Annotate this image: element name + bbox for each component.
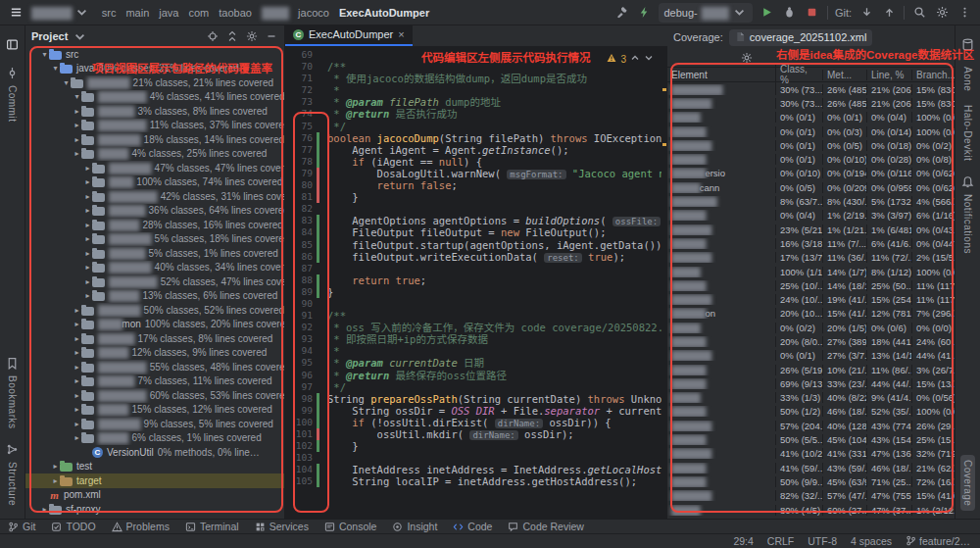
tree-item[interactable]: ▸█████13% classes, 6% lines covered bbox=[25, 289, 284, 304]
run-button[interactable] bbox=[760, 5, 775, 21]
breadcrumb-item[interactable]: taobao bbox=[219, 7, 252, 19]
tree-chevron-icon[interactable]: ▾ bbox=[73, 92, 81, 101]
breadcrumb-item[interactable]: src bbox=[102, 7, 117, 19]
line-number[interactable]: 105 bbox=[285, 475, 317, 487]
line-number[interactable]: 92 bbox=[285, 322, 317, 333]
line-number[interactable]: 74 bbox=[285, 108, 317, 120]
project-name-widget[interactable]: ██████ bbox=[31, 5, 90, 21]
git-push-icon[interactable] bbox=[881, 5, 897, 21]
coverage-row[interactable]: █████cann0% (0/5)0% (0/209)0% (0/959)0% … bbox=[667, 180, 955, 194]
line-number[interactable]: 96 bbox=[285, 370, 317, 381]
locate-icon[interactable] bbox=[206, 29, 220, 43]
column-header[interactable]: Met... bbox=[822, 70, 866, 80]
coverage-settings-icon[interactable] bbox=[740, 51, 754, 65]
stop-button[interactable] bbox=[805, 5, 820, 21]
toolwindow-button-git[interactable]: Git bbox=[8, 521, 35, 532]
tree-item[interactable]: ▸████████52% classes, 47% lines covered bbox=[25, 274, 284, 289]
line-number[interactable]: 94 bbox=[285, 345, 317, 357]
tree-chevron-icon[interactable]: ▸ bbox=[83, 164, 92, 173]
tree-item[interactable]: ▸████mon100% classes, 20% lines covered bbox=[25, 318, 284, 332]
tree-chevron-icon[interactable]: ▸ bbox=[73, 121, 81, 129]
toolwindow-button-insight[interactable]: Insight bbox=[392, 521, 437, 532]
git-branch-widget[interactable]: feature/2… bbox=[906, 535, 970, 548]
flatten-packages-icon[interactable] bbox=[697, 51, 710, 65]
coverage-row[interactable]: ██████50% (5/5...45% (104...43% (154...2… bbox=[667, 432, 955, 446]
line-number[interactable]: 88 bbox=[285, 274, 317, 286]
tree-chevron-icon[interactable]: ▸ bbox=[73, 306, 81, 315]
line-number[interactable]: 81 bbox=[285, 191, 317, 203]
tree-item[interactable]: ▸█████4% classes, 25% lines covered bbox=[25, 147, 284, 162]
tree-chevron-icon[interactable]: ▸ bbox=[73, 107, 81, 116]
coverage-row[interactable]: ██████ersio0% (0/10)0% (0/194)0% (0/116)… bbox=[667, 167, 955, 180]
column-header[interactable]: Element bbox=[667, 70, 775, 80]
tree-chevron-icon[interactable]: ▸ bbox=[83, 221, 92, 229]
main-menu-icon[interactable] bbox=[8, 5, 24, 21]
line-number[interactable]: 79 bbox=[285, 168, 317, 179]
tree-chevron-icon[interactable]: ▸ bbox=[83, 206, 92, 215]
database-tool[interactable] bbox=[959, 33, 976, 58]
coverage-row[interactable]: ███████24% (10/...19% (41/...15% (254...… bbox=[667, 292, 955, 306]
coverage-row[interactable]: ██████50% (9/9...45% (63/9...71% (25...7… bbox=[667, 474, 955, 488]
coverage-row[interactable]: ██████26% (5/19)10% (21/...11% (86/...3%… bbox=[667, 363, 955, 376]
coverage-row[interactable]: ██████16% (3/18)11% (7/...6% (41/6...0% … bbox=[667, 236, 955, 250]
line-number[interactable]: 100 bbox=[285, 417, 317, 428]
tree-item[interactable]: ▸sf-proxy bbox=[25, 502, 284, 517]
toolwindow-button-terminal[interactable]: Terminal bbox=[185, 521, 239, 532]
toolwindow-button-todo[interactable]: TODO bbox=[51, 521, 95, 532]
tree-item[interactable]: ▸█████15% classes, 12% lines covered bbox=[25, 403, 284, 418]
coverage-row[interactable]: ███████0% (0/1)0% (0/5)0% (0/18)0% (0/2) bbox=[667, 138, 955, 152]
line-number[interactable]: 99 bbox=[285, 405, 317, 417]
tree-item[interactable]: ▸████████55% classes, 48% lines covered bbox=[25, 360, 284, 374]
tree-chevron-icon[interactable]: ▸ bbox=[83, 249, 92, 258]
line-separator[interactable]: CRLF bbox=[767, 535, 794, 547]
line-number[interactable]: 70 bbox=[285, 61, 317, 73]
tree-chevron-icon[interactable]: ▸ bbox=[73, 348, 81, 357]
tree-chevron-icon[interactable]: ▸ bbox=[83, 234, 92, 243]
line-number[interactable]: 89 bbox=[285, 286, 317, 298]
coverage-table-header[interactable]: ElementClass, %Met...Line, %Branch... bbox=[667, 67, 955, 82]
coverage-row[interactable]: ███████17% (13/7...11% (36/...11% (72/..… bbox=[667, 251, 955, 265]
build-hammer-icon[interactable] bbox=[613, 5, 629, 21]
toolwindow-button-console[interactable]: Console bbox=[324, 521, 377, 532]
tree-item[interactable]: ▾████████4% classes, 41% lines covered bbox=[25, 90, 284, 105]
line-number[interactable]: 91 bbox=[285, 310, 317, 322]
tree-item[interactable]: ▸█████6% classes, 1% lines covered bbox=[25, 431, 284, 446]
tree-chevron-icon[interactable]: ▸ bbox=[73, 363, 81, 372]
toolwindow-button-problems[interactable]: Problems bbox=[112, 521, 170, 532]
line-number[interactable]: 84 bbox=[285, 226, 317, 238]
line-number[interactable]: 95 bbox=[285, 357, 317, 369]
tree-item[interactable]: ▸██████5% classes, 1% lines covered bbox=[25, 246, 284, 261]
coverage-suite-tab[interactable]: coverage_20251102.xml bbox=[729, 29, 873, 46]
line-number[interactable]: 87 bbox=[285, 263, 317, 274]
coverage-row[interactable]: ███████30% (73...26% (485...21% (206...1… bbox=[667, 96, 955, 110]
tree-chevron-icon[interactable]: ▸ bbox=[73, 334, 81, 343]
settings-icon[interactable] bbox=[934, 5, 950, 21]
breadcrumb-item[interactable]: com bbox=[188, 7, 209, 19]
coverage-row[interactable]: █████33% (1/3)40% (8/22)9% (41/4...0% (0… bbox=[667, 391, 955, 405]
line-number[interactable]: 86 bbox=[285, 251, 317, 263]
tree-item[interactable]: ▸████████42% classes, 31% lines covered bbox=[25, 189, 284, 204]
toolwindow-button-code-review[interactable]: Code Review bbox=[508, 521, 583, 532]
chevron-down-icon[interactable] bbox=[72, 28, 87, 44]
line-number[interactable]: 90 bbox=[285, 298, 317, 310]
coverage-row[interactable]: ███████23% (5/21)1% (1/21...1% (6/481)0%… bbox=[667, 223, 955, 236]
tree-chevron-icon[interactable]: ▸ bbox=[83, 263, 92, 272]
notifications-tool[interactable]: Notifications bbox=[959, 171, 976, 259]
line-number[interactable]: 82 bbox=[285, 203, 317, 215]
coverage-row[interactable]: █████0% (0/2)20% (1/5)0% (0/6)0% (0/0) bbox=[667, 321, 955, 334]
line-number[interactable]: 85 bbox=[285, 239, 317, 251]
run-lightning-icon[interactable] bbox=[636, 5, 652, 21]
tree-chevron-icon[interactable]: ▸ bbox=[51, 476, 60, 485]
panel-settings-icon[interactable] bbox=[245, 29, 259, 43]
tree-chevron-icon[interactable]: ▾ bbox=[62, 78, 71, 87]
line-number[interactable]: 80 bbox=[285, 179, 317, 191]
coverage-row[interactable]: ██████69% (9/13)33% (23/...44% (44/...15… bbox=[667, 376, 955, 390]
tree-chevron-icon[interactable]: ▸ bbox=[73, 420, 81, 428]
coverage-row[interactable]: ██████0% (0/4)1% (2/19...3% (3/97)6% (1/… bbox=[667, 209, 955, 223]
tree-item[interactable]: ▸██████17% classes, 8% lines covered bbox=[25, 331, 284, 346]
line-number[interactable]: 103 bbox=[285, 452, 317, 464]
line-number[interactable]: 78 bbox=[285, 156, 317, 168]
tree-item[interactable]: ▸████100% classes, 74% lines covered bbox=[25, 175, 284, 190]
tree-item[interactable]: ▸██████3% classes, 8% lines covered bbox=[25, 104, 284, 119]
indent-style[interactable]: 4 spaces bbox=[851, 535, 892, 547]
